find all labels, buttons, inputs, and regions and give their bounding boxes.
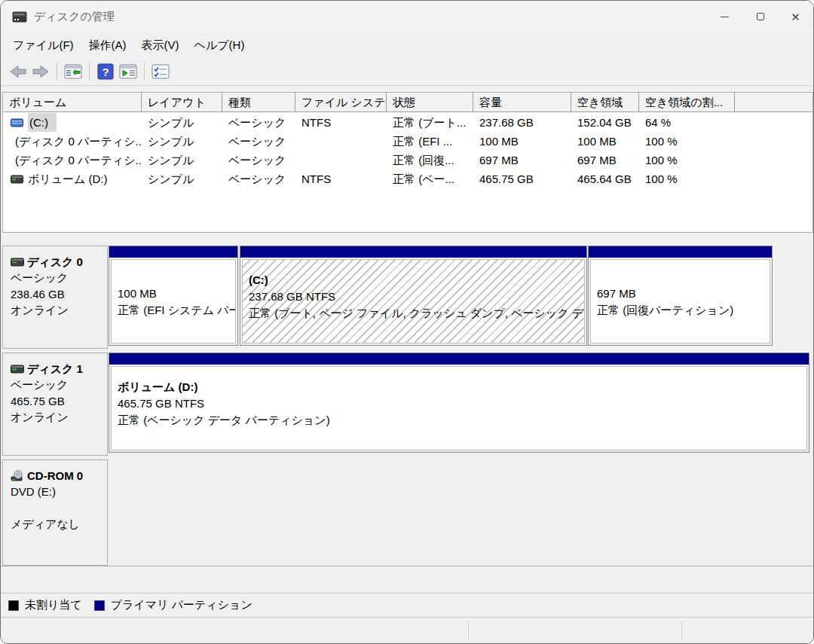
free-space-cell: 465.64 GB — [573, 169, 639, 188]
column-header-filler — [736, 93, 812, 112]
column-header-layout[interactable]: レイアウト — [143, 93, 222, 112]
menu-view[interactable]: 表示(V) — [134, 35, 187, 56]
volume-list-pane: ボリューム レイアウト 種類 ファイル システム 状態 容量 空き領域 空き領域… — [2, 92, 813, 233]
layout-cell: シンプル — [143, 151, 222, 169]
column-header-capacity[interactable]: 容量 — [475, 93, 571, 112]
status-cell: 正常 (ブート... — [388, 113, 473, 132]
type-cell: ベーシック — [224, 151, 295, 169]
partition-color-bar — [589, 246, 772, 258]
menu-file[interactable]: ファイル(F) — [5, 35, 81, 56]
close-button[interactable]: ✕ — [778, 1, 813, 32]
drive-c-icon — [11, 118, 23, 127]
column-header-pct-free[interactable]: 空き領域の割... — [641, 93, 735, 112]
filesystem-cell: NTFS — [297, 169, 387, 188]
type-cell: ベーシック — [224, 169, 295, 188]
table-row[interactable]: (C:) シンプル ベーシック NTFS 正常 (ブート... 237.68 G… — [3, 113, 812, 132]
type-cell: ベーシック — [224, 132, 295, 151]
volume-name-cell: (ディスク 0 パーティシ... — [5, 132, 142, 151]
disk-type: ベーシック — [11, 270, 103, 286]
disk-type: ベーシック — [11, 377, 103, 393]
layout-cell: シンプル — [143, 113, 222, 132]
partition-size: 465.75 GB NTFS — [118, 395, 806, 412]
toolbar-separator — [89, 63, 90, 81]
partition-efi-system[interactable]: 100 MB 正常 (EFI システム パー — [109, 246, 238, 346]
filesystem-cell — [297, 132, 387, 151]
back-button[interactable] — [7, 61, 29, 82]
partition-color-bar — [109, 353, 809, 365]
table-row[interactable]: (ディスク 0 パーティシ... シンプル ベーシック 正常 (回復... 69… — [3, 151, 812, 169]
filesystem-cell: NTFS — [297, 113, 387, 132]
maximize-button[interactable] — [742, 1, 778, 32]
volume-name: (ディスク 0 パーティシ... — [15, 132, 142, 151]
disk-status: メディアなし — [11, 516, 103, 533]
disk-name: ディスク 1 — [27, 361, 83, 377]
capacity-cell: 237.68 GB — [475, 113, 571, 132]
partition-c-drive[interactable]: (C:) 237.68 GB NTFS 正常 (ブート, ページ ファイル, ク… — [240, 246, 587, 346]
close-icon: ✕ — [791, 11, 800, 23]
filesystem-cell — [297, 151, 387, 169]
disk-name: CD-ROM 0 — [27, 468, 83, 484]
properties-button[interactable] — [149, 61, 172, 82]
partition-recovery[interactable]: 697 MB 正常 (回復パーティション) — [588, 246, 773, 346]
free-space-cell: 152.04 GB — [573, 113, 639, 132]
status-bar — [1, 618, 814, 644]
legend-label-primary-partition: プライマリ パーティション — [111, 598, 252, 612]
action-pane-icon — [119, 63, 137, 80]
show-console-tree-button[interactable] — [62, 61, 84, 82]
layout-cell: シンプル — [143, 169, 222, 188]
show-action-pane-button[interactable] — [117, 61, 139, 82]
minimize-icon — [721, 17, 729, 17]
selected-partition-hatch: (C:) 237.68 GB NTFS 正常 (ブート, ページ ファイル, ク… — [242, 259, 585, 343]
disk-size: 238.46 GB — [11, 286, 103, 303]
disk-icon — [11, 258, 24, 267]
status-cell: 正常 (EFI ... — [388, 132, 473, 151]
column-header-volume[interactable]: ボリューム — [5, 93, 142, 112]
table-row[interactable]: (ディスク 0 パーティシ... シンプル ベーシック 正常 (EFI ... … — [3, 132, 812, 151]
status-cell: 正常 (ベー... — [388, 169, 473, 188]
volume-name-cell: ボリューム (D:) — [5, 169, 142, 188]
legend-bar: 未割り当て プライマリ パーティション — [1, 593, 814, 618]
partition-status: 正常 (ベーシック データ パーティション) — [118, 412, 806, 429]
pct-free-cell: 100 % — [641, 151, 735, 169]
volume-name-cell: (C:) — [5, 113, 142, 132]
partition-name: (C:) — [249, 272, 584, 288]
help-button[interactable]: ? — [94, 61, 117, 82]
pct-free-cell: 100 % — [641, 132, 735, 151]
cdrom-0-row: CD-ROM 0 DVD (E:) メディアなし — [2, 459, 813, 566]
column-header-free-space[interactable]: 空き領域 — [573, 93, 639, 112]
partition-d-drive[interactable]: ボリューム (D:) 465.75 GB NTFS 正常 (ベーシック データ … — [109, 353, 809, 453]
disk-1-label-panel[interactable]: ディスク 1 ベーシック 465.75 GB オンライン — [2, 353, 108, 456]
partition-status: 正常 (回復パーティション) — [597, 302, 770, 319]
help-icon: ? — [97, 63, 114, 80]
partition-color-bar — [240, 246, 586, 258]
partition-size: 100 MB — [118, 285, 235, 302]
disk-type: DVD (E:) — [11, 484, 103, 500]
menu-action[interactable]: 操作(A) — [81, 35, 134, 56]
properties-checklist-icon — [151, 63, 170, 80]
column-header-filesystem[interactable]: ファイル システム — [297, 93, 387, 112]
column-header-type[interactable]: 種類 — [224, 93, 295, 112]
forward-button[interactable] — [29, 61, 52, 82]
capacity-cell: 465.75 GB — [475, 169, 571, 188]
back-arrow-icon — [9, 64, 27, 79]
disk-0-label-panel[interactable]: ディスク 0 ベーシック 238.46 GB オンライン — [2, 246, 108, 349]
partition-name: ボリューム (D:) — [118, 379, 806, 395]
partition-status: 正常 (ブート, ページ ファイル, クラッシュ ダンプ, ベーシック データ … — [249, 305, 584, 322]
forward-arrow-icon — [32, 64, 50, 79]
drive-icon — [11, 175, 23, 184]
console-tree-icon — [64, 63, 82, 80]
menu-help[interactable]: ヘルプ(H) — [187, 35, 252, 56]
status-cell: 正常 (回復... — [388, 151, 473, 169]
cdrom-0-label-panel[interactable]: CD-ROM 0 DVD (E:) メディアなし — [2, 459, 108, 566]
status-bar-divider — [468, 621, 469, 639]
table-row[interactable]: ボリューム (D:) シンプル ベーシック NTFS 正常 (ベー... 465… — [3, 169, 812, 188]
minimize-button[interactable] — [707, 1, 742, 32]
title-bar: ディスクの管理 ✕ — [1, 1, 813, 32]
disk-status: オンライン — [11, 302, 103, 319]
column-header-status[interactable]: 状態 — [388, 93, 473, 112]
partition-size: 697 MB — [597, 285, 770, 302]
volume-name: ボリューム (D:) — [28, 169, 108, 188]
status-bar-divider — [681, 621, 682, 639]
disk-1-row: ディスク 1 ベーシック 465.75 GB オンライン ボリューム (D:) … — [2, 353, 813, 456]
toolbar: ? — [1, 58, 813, 86]
